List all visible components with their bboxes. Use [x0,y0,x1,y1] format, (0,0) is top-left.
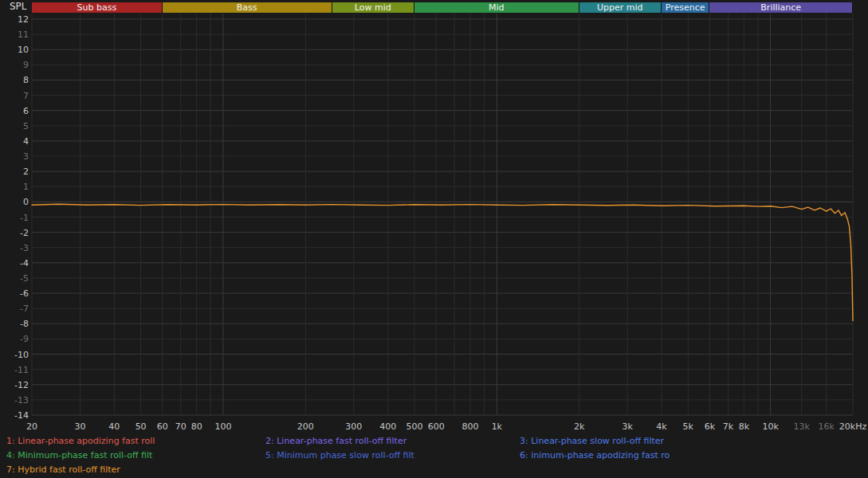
x-tick-label: 500 [406,421,422,432]
x-tick-label: 300 [345,421,362,432]
y-tick-label: 12 [18,14,29,25]
y-tick-label: -13 [14,395,29,406]
y-tick-label: -12 [14,380,29,390]
y-tick-label: -8 [20,319,29,329]
y-tick-label: -7 [20,304,29,314]
y-tick-label: 1 [23,182,29,192]
y-tick-label: 11 [18,29,29,40]
x-tick-label: 50 [136,421,147,432]
y-tick-label: 0 [23,197,29,207]
x-tick-label: 16k [819,421,835,432]
x-tick-label: 5k [683,421,694,432]
y-tick-label: -9 [20,334,29,344]
x-tick-label: 600 [428,421,445,432]
x-tick-label: 2k [574,421,585,432]
legend-item-3[interactable]: 3: Linear-phase slow roll-off filter [520,436,664,446]
y-axis-labels: 1211109876543210-1-2-3-4-5-6-7-8-9-10-11… [14,14,29,421]
y-tick-label: -3 [20,243,29,253]
spl-frequency-response-chart[interactable]: 1211109876543210-1-2-3-4-5-6-7-8-9-10-11… [0,0,868,435]
y-tick-label: -6 [20,288,29,299]
x-tick-label: 1k [492,421,503,432]
y-tick-label: 10 [18,45,29,55]
x-tick-label: 80 [191,421,202,432]
x-tick-label: 4k [656,421,667,432]
y-tick-label: 5 [23,121,29,131]
y-tick-label: 3 [23,151,29,162]
legend-item-6[interactable]: 6: inimum-phase apodizing fast ro [520,450,670,460]
y-tick-label: 2 [23,167,29,177]
legend-item-5[interactable]: 5: Minimum phase slow roll-off filt [265,450,414,460]
x-tick-label: 20kHz [839,421,867,432]
x-axis-labels: 203040506070801002003004005006008001k2k3… [26,421,866,432]
x-tick-label: 30 [74,421,85,432]
y-tick-label: -14 [14,410,29,421]
y-tick-label: 9 [23,60,29,70]
y-tick-label: -4 [20,258,29,268]
legend-item-1[interactable]: 1: Linear-phase apodizing fast roll [6,436,155,446]
x-tick-label: 13k [794,421,811,432]
x-tick-label: 60 [157,421,168,432]
y-tick-label: 6 [23,106,29,116]
y-tick-label: 8 [23,75,29,85]
trace-legend: 1: Linear-phase apodizing fast roll2: Li… [0,436,868,478]
x-tick-label: 70 [175,421,187,432]
x-tick-label: 7k [723,421,734,432]
x-tick-label: 6k [705,421,716,432]
y-tick-label: -1 [20,213,29,223]
x-tick-label: 400 [379,421,396,432]
spl-analyzer-window: SPL Sub bassBassLow midMidUpper midPrese… [0,0,868,478]
y-tick-label: 4 [23,136,29,147]
x-tick-label: 20 [26,421,37,432]
x-tick-label: 800 [462,421,479,432]
y-gridlines [32,19,853,415]
y-tick-label: -11 [14,365,29,375]
x-tick-label: 3k [622,421,633,432]
x-gridlines [32,14,853,415]
x-tick-label: 40 [108,421,120,432]
y-tick-label: -10 [14,350,29,360]
legend-item-2[interactable]: 2: Linear-phase fast roll-off filter [265,436,407,446]
legend-item-7[interactable]: 7: Hybrid fast roll-off filter [6,464,120,475]
legend-item-4[interactable]: 4: Minimum-phase fast roll-off filt [6,450,152,460]
y-tick-label: -2 [20,228,29,238]
y-tick-label: -5 [20,273,29,284]
x-tick-label: 8k [739,421,750,432]
x-tick-label: 100 [214,421,231,432]
x-tick-label: 200 [297,421,314,432]
y-tick-label: 7 [23,91,29,101]
x-tick-label: 10k [762,421,779,432]
